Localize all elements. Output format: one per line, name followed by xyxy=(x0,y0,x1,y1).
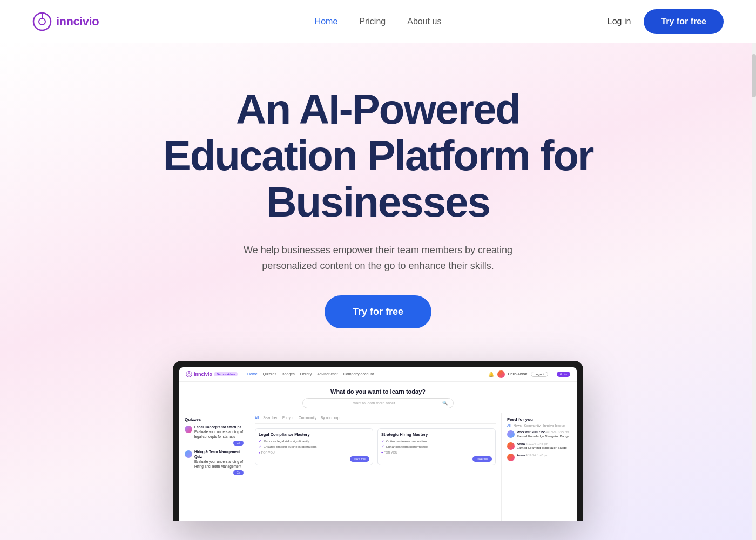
mini-nav-right: 🔔 Hello Anna! Logout xyxy=(488,370,548,378)
mini-feed-tab-all: All xyxy=(507,424,511,427)
mini-greeting: Hello Anna! xyxy=(508,372,528,376)
mini-filter-tabs: All Searched For you Community By abc co… xyxy=(255,416,496,424)
mini-search-icon: 🔍 xyxy=(442,401,448,406)
app-screenshot: inncivio Demo video Home Quizzes Badges … xyxy=(173,361,583,521)
mini-cards-row: Legal Compliance Mastery ✓ Reduces legal… xyxy=(255,428,496,465)
mini-quiz-1-icon xyxy=(185,426,192,433)
nav-actions: Log in Try for free xyxy=(608,9,724,34)
mini-quiz-1-go: Go xyxy=(233,441,244,446)
mini-logout-button: Logout xyxy=(531,372,548,377)
mini-feed-tab-community: Community xyxy=(524,424,541,427)
mini-demo-badge: Demo video xyxy=(214,372,238,376)
navbar: inncivio Home Pricing About us Log in Tr… xyxy=(0,0,756,43)
mini-tab-all: All xyxy=(255,416,259,421)
mini-feed-text-3: Anna 4/12/24, 1:43 pm xyxy=(517,454,548,461)
mini-card-1-feature-1: ✓ Reduces legal risks significantly xyxy=(259,439,369,443)
mini-card-2: Strategic Hiring Mastery ✓ Optimizes tea… xyxy=(377,428,496,465)
mini-search-input: I want to learn more about ... xyxy=(308,401,442,405)
nav-link-pricing[interactable]: Pricing xyxy=(359,17,386,26)
mini-quiz-1-name: Legal Concepts for Startups xyxy=(194,425,244,429)
mini-feed-item-2: Anna 4/12/24, 1:43 pm Earned Learning Tr… xyxy=(507,442,571,451)
mini-card-2-feature-1: ✓ Optimizes team composition xyxy=(381,439,492,443)
hero-content: An AI-Powered Education Platform for Bus… xyxy=(146,86,610,328)
mini-card-2-feature-2: ✓ Enhances team performance xyxy=(381,444,492,449)
mini-feed-avatar-3 xyxy=(507,454,515,461)
svg-point-4 xyxy=(188,373,190,375)
mini-quiz-1-desc: Evaluate your understanding of legal con… xyxy=(194,430,244,439)
mini-nav-quizzes: Quizzes xyxy=(263,372,276,376)
mini-quiz-1-text: Legal Concepts for Startups Evaluate you… xyxy=(194,425,244,446)
logo[interactable]: inncivio xyxy=(32,12,99,31)
mini-nav-advisor: Advisor chat xyxy=(317,372,338,376)
mini-tab-community: Community xyxy=(299,416,316,421)
mini-feed-filter: All News Community Inncivio league xyxy=(507,424,571,427)
nav-link-about[interactable]: About us xyxy=(407,17,441,26)
scrollbar-thumb xyxy=(752,54,756,97)
mini-feed-item-3: Anna 4/12/24, 1:43 pm xyxy=(507,454,571,461)
mini-quiz-2-desc: Evaluate your understanding of Hiring an… xyxy=(194,460,244,469)
mini-center-panel: All Searched For you Community By abc co… xyxy=(249,413,501,521)
mini-avatar xyxy=(497,370,505,378)
mini-quizzes-title: Quizzes xyxy=(185,417,244,422)
mini-nav-library: Library xyxy=(300,372,312,376)
svg-point-1 xyxy=(39,18,45,25)
mini-logo: inncivio Demo video xyxy=(186,371,238,377)
mini-tab-by-corp: By abc corp xyxy=(321,416,339,421)
logo-text: inncivio xyxy=(56,15,99,29)
mini-card-1: Legal Compliance Mastery ✓ Reduces legal… xyxy=(255,428,373,465)
mini-nav-badges: Badges xyxy=(282,372,295,376)
mini-logo-text: inncivio xyxy=(194,372,212,377)
laptop-screen: inncivio Demo video Home Quizzes Badges … xyxy=(179,367,577,521)
hero-section: An AI-Powered Education Platform for Bus… xyxy=(0,43,756,540)
hero-title: An AI-Powered Education Platform for Bus… xyxy=(146,86,610,225)
laptop-frame: inncivio Demo video Home Quizzes Badges … xyxy=(173,361,583,521)
mini-card-2-take-btn: Take this xyxy=(473,456,492,462)
mini-card-1-feature-2: ✓ Ensures smooth business operations xyxy=(259,444,369,449)
login-button[interactable]: Log in xyxy=(608,17,631,26)
mini-feed-avatar-1 xyxy=(507,430,515,438)
mini-quiz-2-text: Hiring & Team Management Quiz Evaluate y… xyxy=(194,450,244,475)
mini-feed-item-1: RockstarGuru7155 4/18/24, 3:45 pm Earned… xyxy=(507,430,571,439)
mini-card-2-badge: ♥ FOR YOU xyxy=(381,451,492,454)
mini-card-1-badge: ♥ FOR YOU xyxy=(259,451,369,454)
mini-feed-text-1: RockstarGuru7155 4/18/24, 3:45 pm Earned… xyxy=(517,430,569,439)
mini-navbar: inncivio Demo video Home Quizzes Badges … xyxy=(179,367,577,382)
nav-try-free-button[interactable]: Try for free xyxy=(644,9,724,34)
mini-card-1-take-btn: Take this xyxy=(350,456,369,462)
mini-nav-home: Home xyxy=(247,372,258,376)
mini-search-bar: I want to learn more about ... 🔍 xyxy=(302,398,454,408)
nav-links: Home Pricing About us xyxy=(315,17,442,26)
mini-search-section: What do you want to learn today? I want … xyxy=(179,382,577,413)
mini-tab-searched: Searched xyxy=(263,416,278,421)
mini-card-2-title: Strategic Hiring Mastery xyxy=(381,432,492,437)
mini-feed-text-2: Anna 4/12/24, 1:43 pm Earned Learning Tr… xyxy=(517,442,567,451)
mini-quizzes-panel: Quizzes Legal Concepts for Startups Eval… xyxy=(179,413,249,521)
mini-feed-panel: Feed for you All News Community Inncivio… xyxy=(501,413,577,521)
mini-feed-title: Feed for you xyxy=(507,417,571,422)
mini-bell-icon: 🔔 xyxy=(488,372,494,377)
mini-nav-company: Company account xyxy=(343,372,374,376)
mini-feed-avatar-2 xyxy=(507,442,515,450)
mini-quiz-2-name: Hiring & Team Management Quiz xyxy=(194,450,244,459)
mini-quiz-2-go: Go xyxy=(233,470,244,475)
mini-quiz-2: Hiring & Team Management Quiz Evaluate y… xyxy=(185,450,244,475)
hero-subtitle: We help businesses empower their team me… xyxy=(232,242,524,274)
hero-cta-button[interactable]: Try for free xyxy=(325,295,431,328)
mini-tab-for-you: For you xyxy=(282,416,294,421)
mini-feed-tab-league: Inncivio league xyxy=(543,424,565,427)
nav-link-home[interactable]: Home xyxy=(315,17,338,26)
logo-icon xyxy=(32,12,52,31)
mini-quiz-2-icon xyxy=(185,450,192,458)
mini-feed-tab-news: News xyxy=(514,424,522,427)
mini-content-row: Quizzes Legal Concepts for Startups Eval… xyxy=(179,413,577,521)
scrollbar[interactable] xyxy=(752,43,756,540)
mini-points-badge: 6 pts xyxy=(557,372,570,377)
mini-card-1-title: Legal Compliance Mastery xyxy=(259,432,369,437)
mini-search-title: What do you want to learn today? xyxy=(190,388,566,395)
mini-nav-links: Home Quizzes Badges Library Advisor chat… xyxy=(247,372,483,376)
mini-quiz-1: Legal Concepts for Startups Evaluate you… xyxy=(185,425,244,446)
